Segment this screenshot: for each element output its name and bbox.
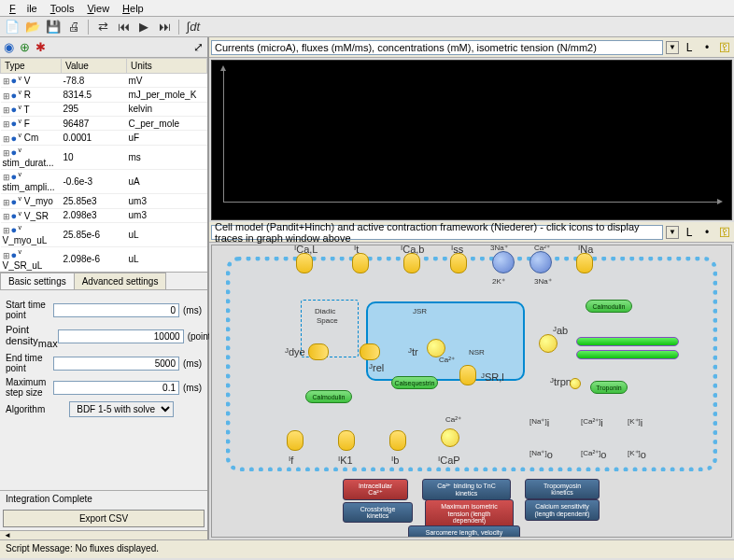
step-unit: (ms): [179, 383, 202, 393]
table-row[interactable]: ⊞●v Cm0.0001uF: [1, 131, 207, 145]
open-icon[interactable]: 📂: [24, 19, 41, 35]
density-input[interactable]: [58, 329, 184, 343]
tab-basic[interactable]: Basic settings: [0, 273, 75, 289]
settings-tabs: Basic settings Advanced settings: [0, 273, 207, 290]
right-panel: Currents (microA), fluxes (mM/ms), conce…: [209, 37, 734, 539]
refresh-icon[interactable]: ✱: [35, 40, 46, 54]
box-tropo[interactable]: Tropomyosin kinetics: [525, 479, 600, 499]
algo-label: Algorithm: [6, 404, 69, 414]
channel-icab[interactable]: [403, 253, 420, 273]
table-row[interactable]: ⊞●v V_myo_uL25.85e-6uL: [1, 222, 207, 246]
eye-icon[interactable]: ◉: [4, 40, 14, 54]
algo-select[interactable]: BDF 1-5 with solve: [69, 401, 174, 417]
dot-icon[interactable]: •: [699, 40, 714, 55]
sphere-cap[interactable]: [441, 428, 459, 447]
col-type[interactable]: Type: [1, 59, 62, 74]
table-row[interactable]: ⊞●v stim_ampli...-0.6e-3uA: [1, 169, 207, 193]
start-input[interactable]: [53, 303, 179, 317]
left-panel: ◉ ⊕ ✱ ⤢ Type Value Units ⊞●v V-78.8mV⊞●v…: [0, 37, 209, 539]
table-row[interactable]: ⊞●v R8314.5mJ_per_mole_K: [1, 88, 207, 102]
channel-ik1[interactable]: [338, 430, 355, 451]
start-unit: (ms): [179, 305, 202, 315]
toolbar: 📄 📂 💾 🖨 ⇄ ⏮ ▶ ⏭ ∫dt: [0, 17, 734, 37]
menu-help[interactable]: Help: [117, 2, 149, 14]
export-csv-button[interactable]: Export CSV: [3, 510, 205, 527]
channel-ib[interactable]: [389, 430, 406, 451]
save-icon[interactable]: 💾: [45, 19, 62, 35]
end-input[interactable]: [53, 357, 179, 371]
L-icon[interactable]: L: [682, 40, 697, 55]
menu-view[interactable]: View: [81, 2, 115, 14]
statusbar: Script Message: No fluxes displayed.: [0, 539, 734, 558]
step-input[interactable]: [53, 381, 179, 395]
table-row[interactable]: ⊞●v V_myo25.85e3um3: [1, 194, 207, 208]
table-row[interactable]: ⊞●v F96487C_per_mole: [1, 116, 207, 130]
box-tnc[interactable]: Ca²⁺ binding to TnC kinetics: [422, 479, 511, 500]
plot-toolbar: Currents (microA), fluxes (mM/ms), conce…: [209, 37, 734, 58]
sphere-3na[interactable]: [492, 251, 515, 273]
end-label: End time point: [6, 353, 53, 373]
integration-status: Integration Complete: [0, 490, 207, 507]
tab-advanced[interactable]: Advanced settings: [74, 273, 167, 289]
globe-icon[interactable]: ⊕: [20, 40, 30, 54]
play-icon[interactable]: ▶: [135, 19, 152, 35]
box-maxten[interactable]: Maximum isometric tension (length depend…: [425, 499, 514, 528]
new-icon[interactable]: 📄: [4, 19, 21, 35]
jsr-compartment: JSRNSR: [366, 301, 525, 381]
calsequestrin[interactable]: Calsequestrin: [391, 376, 438, 389]
step-label: Maximum step size: [6, 377, 53, 398]
menu-tools[interactable]: Tools: [45, 2, 80, 14]
box-calsens[interactable]: Calcium sensitivity (length dependent): [525, 499, 600, 521]
key-icon[interactable]: ⚿: [717, 225, 732, 240]
end-unit: (ms): [179, 358, 202, 369]
channel-iss[interactable]: [450, 253, 467, 273]
box-sarco[interactable]: Sarcomere length, velocity: [408, 525, 520, 538]
table-row[interactable]: ⊞●v stim_durat...10ms: [1, 145, 207, 169]
left-toolbar: ◉ ⊕ ✱ ⤢: [0, 37, 207, 58]
L-icon[interactable]: L: [682, 225, 697, 240]
plot-combo[interactable]: Currents (microA), fluxes (mM/ms), conce…: [211, 40, 663, 55]
integral-icon[interactable]: ∫dt: [185, 19, 202, 35]
diagram-combo[interactable]: Cell model (Pandit+Hinch) and active con…: [211, 225, 663, 240]
channel-jdye[interactable]: [308, 343, 329, 360]
calmodulin2[interactable]: Calmodulin: [586, 300, 632, 313]
col-units[interactable]: Units: [127, 59, 207, 74]
nsr-sphere[interactable]: [427, 339, 445, 357]
density-label: Point densitymax: [6, 324, 58, 349]
filament1[interactable]: [576, 337, 679, 346]
jab-sphere[interactable]: [539, 334, 558, 353]
expand-icon[interactable]: ⤢: [193, 40, 204, 54]
channel-ca-int[interactable]: [360, 343, 380, 360]
table-row[interactable]: ⊞●v V_SR2.098e3um3: [1, 208, 207, 222]
exchange-icon[interactable]: ⇄: [94, 19, 111, 35]
dot-icon[interactable]: •: [699, 225, 714, 240]
box-intra-ca[interactable]: Intracellular Ca²⁺: [343, 479, 408, 500]
menu-file[interactable]: File: [4, 2, 43, 14]
col-value[interactable]: Value: [62, 59, 127, 74]
channel-jtr[interactable]: [459, 365, 476, 385]
troponin[interactable]: Troponin: [590, 381, 628, 394]
channel-it[interactable]: [352, 253, 369, 273]
param-table[interactable]: Type Value Units ⊞●v V-78.8mV⊞●v R8314.5…: [0, 58, 207, 273]
diagram-toolbar: Cell model (Pandit+Hinch) and active con…: [209, 222, 734, 243]
chevron-down-icon[interactable]: ▼: [666, 41, 679, 54]
skip-prev-icon[interactable]: ⏮: [115, 19, 132, 35]
channel-ina[interactable]: [576, 253, 593, 273]
chevron-down-icon[interactable]: ▼: [666, 226, 679, 239]
print-icon[interactable]: 🖨: [65, 19, 82, 35]
sphere-ca[interactable]: [529, 251, 552, 273]
box-cross[interactable]: Crossbridge kinetics: [343, 502, 413, 523]
channel-ical[interactable]: [296, 253, 313, 273]
plot-area[interactable]: [211, 60, 732, 220]
ca-small[interactable]: [570, 378, 581, 389]
table-row[interactable]: ⊞●v T295kelvin: [1, 102, 207, 116]
calmodulin[interactable]: Calmodulin: [305, 390, 352, 403]
start-label: Start time point: [6, 300, 53, 320]
channel-if[interactable]: [287, 430, 303, 451]
filament2[interactable]: [576, 350, 679, 359]
skip-next-icon[interactable]: ⏭: [156, 19, 173, 35]
key-icon[interactable]: ⚿: [717, 40, 732, 55]
table-row[interactable]: ⊞●v V-78.8mV: [1, 74, 207, 88]
table-row[interactable]: ⊞●v V_SR_uL2.098e-6uL: [1, 247, 207, 272]
cell-diagram[interactable]: JSRNSR Diadic Space ICa,L It ICa,b Iss 3…: [211, 245, 732, 538]
